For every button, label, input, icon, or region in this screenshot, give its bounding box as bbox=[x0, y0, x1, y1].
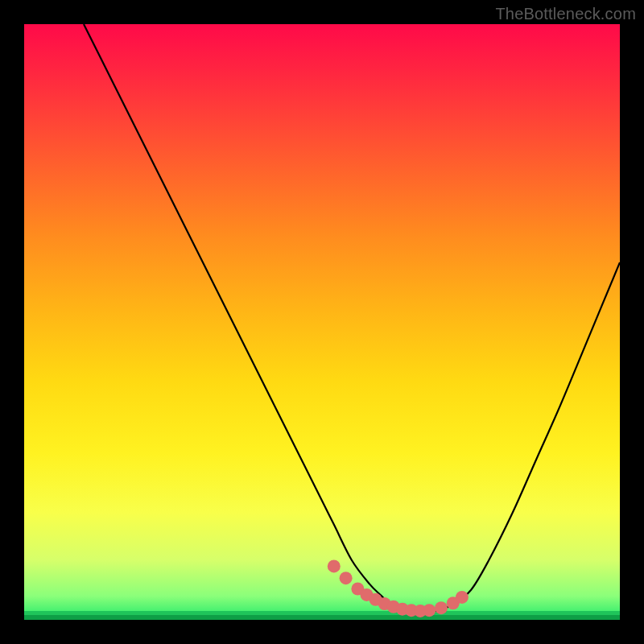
highlight-dot bbox=[340, 572, 353, 584]
chart-frame: TheBottleneck.com bbox=[0, 0, 644, 644]
highlight-dot bbox=[435, 601, 448, 614]
watermark-text: TheBottleneck.com bbox=[495, 5, 636, 23]
highlight-dot bbox=[456, 591, 469, 604]
plot-area bbox=[24, 24, 620, 620]
highlight-dot bbox=[328, 559, 341, 572]
highlight-dots-layer bbox=[24, 24, 620, 620]
highlight-dots bbox=[328, 559, 469, 617]
highlight-dot bbox=[423, 604, 436, 617]
